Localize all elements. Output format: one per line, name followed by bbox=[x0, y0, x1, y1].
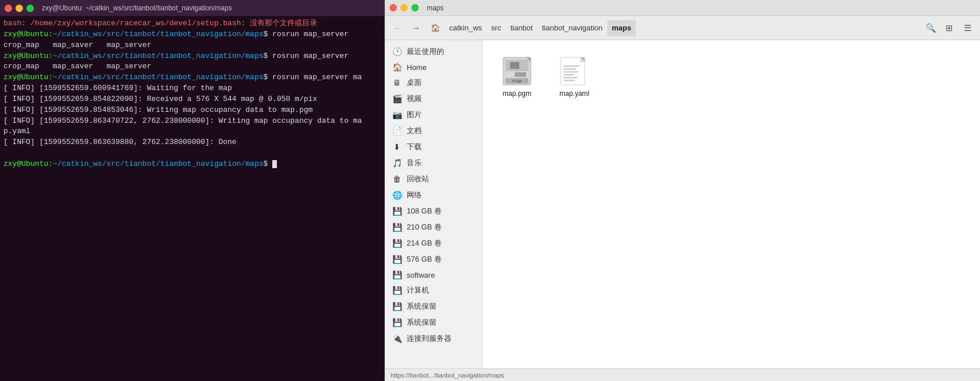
trash-icon: 🗑 bbox=[392, 174, 402, 184]
sidebar-label-pictures: 图片 bbox=[407, 110, 422, 120]
sidebar-item-trash[interactable]: 🗑 回收站 bbox=[385, 171, 482, 187]
sidebar-item-desktop[interactable]: 🖥 桌面 bbox=[385, 75, 482, 91]
svg-rect-5 bbox=[515, 72, 526, 77]
network-icon: 🌐 bbox=[392, 190, 402, 200]
sidebar-item-recent[interactable]: 🕐 最近使用的 bbox=[385, 44, 482, 60]
sidebar-item-108gb[interactable]: 💾 108 GB 卷 bbox=[385, 203, 482, 219]
pictures-icon: 📷 bbox=[392, 110, 402, 119]
sidebar-label-sysreserved2: 系统保留 bbox=[407, 317, 437, 328]
sidebar-label-214gb: 214 GB 卷 bbox=[407, 238, 442, 248]
terminal-body[interactable]: bash: /home/zxy/workspace/racecar_ws/dev… bbox=[0, 16, 384, 381]
back-button[interactable]: ← bbox=[389, 20, 406, 36]
file-item-map-pgm[interactable]: PGM map.pgm bbox=[494, 52, 540, 101]
forward-button[interactable]: → bbox=[408, 20, 424, 36]
svg-rect-17 bbox=[564, 80, 575, 81]
terminal-line bbox=[3, 148, 381, 159]
sidebar-item-software[interactable]: 💾 software bbox=[385, 267, 482, 282]
fm-titlebar: maps bbox=[385, 0, 980, 16]
svg-rect-15 bbox=[564, 74, 574, 76]
sidebar-label-connect-server: 连接到服务器 bbox=[407, 333, 452, 344]
sidebar-item-sysreserved2[interactable]: 💾 系统保留 bbox=[385, 314, 482, 331]
breadcrumb: 🏠 catkin_ws src tianbot tianbot_navigati… bbox=[426, 20, 920, 36]
sidebar-item-576gb[interactable]: 💾 576 GB 卷 bbox=[385, 251, 482, 267]
desktop-icon: 🖥 bbox=[392, 78, 402, 87]
music-icon: 🎵 bbox=[392, 158, 402, 168]
file-item-map-yaml[interactable]: map.yaml bbox=[551, 52, 597, 101]
sidebar-item-210gb[interactable]: 💾 210 GB 卷 bbox=[385, 219, 482, 235]
sidebar-item-214gb[interactable]: 💾 214 GB 卷 bbox=[385, 235, 482, 251]
file-label-map-yaml: map.yaml bbox=[560, 90, 589, 98]
file-grid: PGM map.pgm bbox=[494, 52, 969, 101]
sidebar-item-home[interactable]: 🏠 Home bbox=[385, 60, 482, 75]
sidebar-item-computer[interactable]: 💾 计算机 bbox=[385, 282, 482, 298]
terminal-line: zxy@Ubuntu:~/catkin_ws/src/tianbot/tianb… bbox=[3, 72, 381, 83]
close-button[interactable] bbox=[5, 5, 12, 12]
sysreserved2-icon: 💾 bbox=[392, 318, 402, 327]
terminal-titlebar: zxy@Ubuntu: ~/catkin_ws/src/tianbot/tian… bbox=[0, 0, 384, 16]
software-icon: 💾 bbox=[392, 270, 402, 279]
svg-rect-13 bbox=[564, 68, 576, 70]
fm-sidebar: 🕐 最近使用的 🏠 Home 🖥 桌面 🎬 视频 📷 图片 📄 文档 bbox=[385, 40, 483, 368]
sidebar-item-pictures[interactable]: 📷 图片 bbox=[385, 107, 482, 123]
sidebar-label-home: Home bbox=[407, 63, 427, 72]
menu-button[interactable]: ☰ bbox=[959, 20, 975, 36]
fm-toolbar: ← → 🏠 catkin_ws src tianbot tianbot_navi… bbox=[385, 16, 980, 40]
recent-icon: 🕐 bbox=[392, 47, 402, 56]
sysreserved1-icon: 💾 bbox=[392, 302, 402, 311]
sidebar-label-trash: 回收站 bbox=[407, 174, 429, 184]
breadcrumb-maps[interactable]: maps bbox=[607, 20, 636, 36]
sidebar-item-documents[interactable]: 📄 文档 bbox=[385, 123, 482, 139]
sidebar-label-computer: 计算机 bbox=[407, 285, 429, 296]
terminal-line: [ INFO] [1599552659.854822090]: Received… bbox=[3, 94, 381, 105]
terminal-line: [ INFO] [1599552659.600941769]: Waiting … bbox=[3, 83, 381, 94]
sidebar-label-music: 音乐 bbox=[407, 158, 422, 168]
sidebar-label-documents: 文档 bbox=[407, 126, 422, 136]
sidebar-item-downloads[interactable]: ⬇ 下载 bbox=[385, 139, 482, 155]
breadcrumb-catkin_ws[interactable]: catkin_ws bbox=[445, 20, 487, 36]
sidebar-label-576gb: 576 GB 卷 bbox=[407, 254, 442, 265]
minimize-button[interactable] bbox=[16, 5, 23, 12]
file-label-map-pgm: map.pgm bbox=[503, 90, 531, 98]
status-text: https://tianbot.../tianbot_navigation/ma… bbox=[391, 372, 504, 379]
terminal-line: zxy@Ubuntu:~/catkin_ws/src/tianbot/tianb… bbox=[3, 159, 381, 170]
yaml-file-icon bbox=[558, 55, 591, 87]
fm-main: 🕐 最近使用的 🏠 Home 🖥 桌面 🎬 视频 📷 图片 📄 文档 bbox=[385, 40, 980, 368]
sidebar-label-recent: 最近使用的 bbox=[407, 46, 444, 57]
disk-210gb-icon: 💾 bbox=[392, 223, 402, 232]
breadcrumb-tianbot[interactable]: tianbot bbox=[506, 20, 537, 36]
sidebar-item-videos[interactable]: 🎬 视频 bbox=[385, 91, 482, 107]
terminal-line: zxy@Ubuntu:~/catkin_ws/src/tianbot/tianb… bbox=[3, 51, 381, 62]
disk-576gb-icon: 💾 bbox=[392, 255, 402, 264]
sidebar-label-210gb: 210 GB 卷 bbox=[407, 222, 442, 232]
videos-icon: 🎬 bbox=[392, 94, 402, 103]
fm-toolbar-right: 🔍 ⊞ ☰ bbox=[923, 20, 975, 36]
svg-rect-14 bbox=[564, 71, 578, 73]
sidebar-label-network: 网络 bbox=[407, 190, 422, 200]
search-button[interactable]: 🔍 bbox=[923, 20, 939, 36]
disk-214gb-icon: 💾 bbox=[392, 239, 402, 248]
view-toggle-button[interactable]: ⊞ bbox=[941, 20, 957, 36]
fm-minimize-button[interactable] bbox=[400, 4, 408, 11]
fm-title: maps bbox=[427, 4, 443, 12]
sidebar-item-music[interactable]: 🎵 音乐 bbox=[385, 155, 482, 171]
breadcrumb-home-icon[interactable]: 🏠 bbox=[426, 20, 445, 36]
home-icon: 🏠 bbox=[392, 63, 402, 72]
sidebar-item-connect-server[interactable]: 🔌 连接到服务器 bbox=[385, 331, 482, 347]
fm-content: PGM map.pgm bbox=[483, 40, 980, 368]
terminal-window: zxy@Ubuntu: ~/catkin_ws/src/tianbot/tian… bbox=[0, 0, 385, 381]
fm-maximize-button[interactable] bbox=[411, 4, 419, 11]
sidebar-item-network[interactable]: 🌐 网络 bbox=[385, 187, 482, 203]
sidebar-label-108gb: 108 GB 卷 bbox=[407, 206, 442, 216]
sidebar-item-sysreserved1[interactable]: 💾 系统保留 bbox=[385, 298, 482, 314]
fm-close-button[interactable] bbox=[389, 4, 397, 11]
terminal-line: zxy@Ubuntu:~/catkin_ws/src/tianbot/tianb… bbox=[3, 29, 381, 40]
sidebar-label-downloads: 下载 bbox=[407, 142, 422, 152]
svg-rect-12 bbox=[564, 65, 580, 67]
maximize-button[interactable] bbox=[26, 5, 34, 12]
sidebar-label-desktop: 桌面 bbox=[407, 77, 422, 88]
breadcrumb-tianbot_navigation[interactable]: tianbot_navigation bbox=[537, 20, 607, 36]
terminal-line: crop_map map_saver map_server bbox=[3, 61, 381, 72]
terminal-line: [ INFO] [1599552659.863639880, 2762.2380… bbox=[3, 137, 381, 148]
terminal-line: [ INFO] [1599552659.854853046]: Writing … bbox=[3, 105, 381, 116]
breadcrumb-src[interactable]: src bbox=[487, 20, 506, 36]
